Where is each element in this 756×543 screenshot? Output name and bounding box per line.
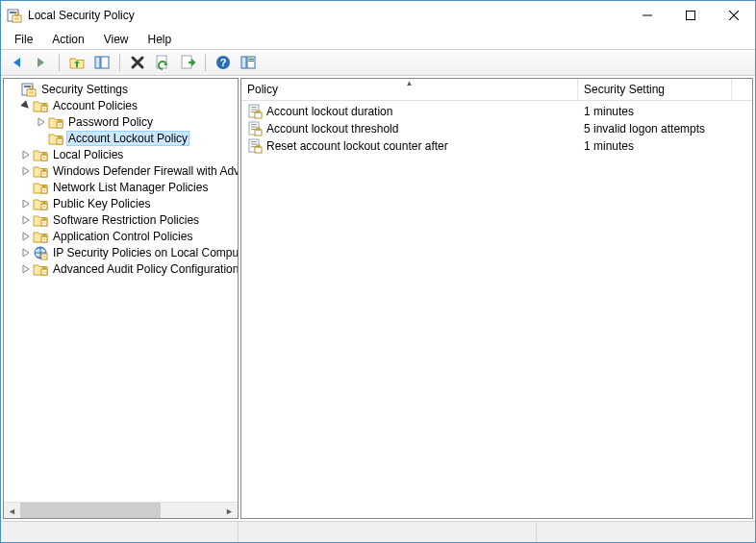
main-split: Security Settings Account Policies [1,76,755,521]
tree-node-account-policies[interactable]: Account Policies [4,97,238,113]
expander-collapsed-icon[interactable] [19,197,33,210]
tree-node-public-key-policies[interactable]: Public Key Policies [4,195,238,211]
svg-rect-27 [686,12,694,20]
folder-policy-icon [33,98,48,113]
tree-label: Account Policies [51,99,139,112]
expander-collapsed-icon[interactable] [19,230,33,243]
up-button[interactable] [65,52,88,73]
toolbar [1,49,755,76]
status-cell [537,522,755,542]
folder-policy-icon [48,131,63,146]
tree-label: Windows Defender Firewall with Advanced … [51,164,238,178]
policy-name: Account lockout threshold [266,122,398,136]
list-item[interactable]: Account lockout threshold 5 invalid logo… [241,120,752,137]
tree-node-password-policy[interactable]: Password Policy [4,113,238,130]
window-title: Local Security Policy [28,9,625,22]
list-header: Policy ▲ Security Setting [241,79,752,101]
scroll-left-button[interactable]: ◄ [4,503,20,519]
tree-label: Network List Manager Policies [51,181,210,194]
expander-collapsed-icon[interactable] [19,148,33,161]
expander-collapsed-icon[interactable] [19,262,33,276]
status-cell [239,522,537,542]
list-pane: Policy ▲ Security Setting Account lockou… [240,78,753,519]
policy-name: Reset account lockout counter after [266,139,448,153]
column-header-security-setting[interactable]: Security Setting [578,79,732,100]
security-settings-icon [21,82,37,97]
tree-node-network-list-manager[interactable]: Network List Manager Policies [4,179,238,195]
maximize-button[interactable] [668,2,712,30]
tree-node-account-lockout-policy[interactable]: Account Lockout Policy [4,130,238,146]
horizontal-scrollbar[interactable]: ◄ ► [4,502,238,518]
tree-node-advanced-audit[interactable]: Advanced Audit Policy Configuration [4,260,238,277]
menu-help[interactable]: Help [139,31,182,48]
menu-action[interactable]: Action [42,31,93,48]
tree-node-local-policies[interactable]: Local Policies [4,146,238,162]
folder-policy-icon [33,180,48,195]
forward-button[interactable] [30,52,53,73]
tree-node-security-settings[interactable]: Security Settings [4,81,238,97]
policy-item-icon [247,121,263,136]
tree-node-application-control[interactable]: Application Control Policies [4,228,238,244]
expander-collapsed-icon [8,83,21,96]
properties-button[interactable] [237,52,260,73]
close-button[interactable] [712,2,755,30]
policy-name: Account lockout duration [266,105,392,118]
back-button[interactable] [5,52,28,73]
tree-node-windows-defender-firewall[interactable]: Windows Defender Firewall with Advanced … [4,162,238,179]
toolbar-separator [119,54,120,71]
window: Local Security Policy File Action View H… [0,0,756,543]
tree-label: IP Security Policies on Local Computer [51,246,238,259]
status-cell [1,522,239,542]
menu-file[interactable]: File [5,31,42,48]
window-controls [625,2,755,30]
refresh-button[interactable] [151,52,174,73]
statusbar [1,521,755,542]
column-header-policy[interactable]: Policy ▲ [241,79,578,100]
show-hide-tree-button[interactable] [90,52,113,73]
expander-none [35,132,48,145]
scroll-thumb[interactable] [20,503,161,518]
expander-none [19,181,33,194]
policy-setting: 1 minutes [584,139,634,153]
tree-label: Advanced Audit Policy Configuration [51,262,238,276]
list-body[interactable]: Account lockout duration 1 minutes Accou… [241,101,752,157]
list-item[interactable]: Reset account lockout counter after 1 mi… [241,137,752,155]
tree-label: Public Key Policies [51,197,152,210]
folder-policy-icon [33,212,48,228]
tree-node-software-restriction[interactable]: Software Restriction Policies [4,211,238,228]
folder-policy-icon [33,261,48,277]
folder-policy-icon [33,196,48,211]
menubar: File Action View Help [1,30,755,49]
policy-item-icon [247,138,263,154]
delete-button[interactable] [126,52,149,73]
expander-expanded-icon[interactable] [19,99,33,112]
tree-pane: Security Settings Account Policies [3,78,239,519]
folder-policy-icon [33,147,48,162]
folder-policy-icon [33,163,48,179]
tree[interactable]: Security Settings Account Policies [4,79,238,502]
tree-node-ip-security[interactable]: IP Security Policies on Local Computer [4,244,238,260]
menu-view[interactable]: View [94,31,139,48]
ipsec-icon [33,245,48,260]
folder-policy-icon [48,114,63,130]
minimize-button[interactable] [625,2,668,30]
scroll-track[interactable] [20,503,221,518]
export-list-button[interactable] [176,52,199,73]
tree-label: Local Policies [51,148,125,161]
tree-label: Security Settings [39,83,130,96]
expander-collapsed-icon[interactable] [35,115,48,129]
scroll-right-button[interactable]: ► [221,503,238,519]
policy-setting: 5 invalid logon attempts [584,122,705,136]
folder-policy-icon [33,229,48,244]
expander-collapsed-icon[interactable] [19,213,33,227]
expander-collapsed-icon[interactable] [19,164,33,178]
help-button[interactable] [212,52,235,73]
column-label: Security Setting [584,83,665,96]
policy-item-icon [247,104,263,119]
toolbar-separator [59,54,60,71]
list-item[interactable]: Account lockout duration 1 minutes [241,103,752,120]
app-icon [7,8,22,23]
column-label: Policy [247,83,278,96]
tree-label: Account Lockout Policy [66,131,189,146]
expander-collapsed-icon[interactable] [19,246,33,259]
